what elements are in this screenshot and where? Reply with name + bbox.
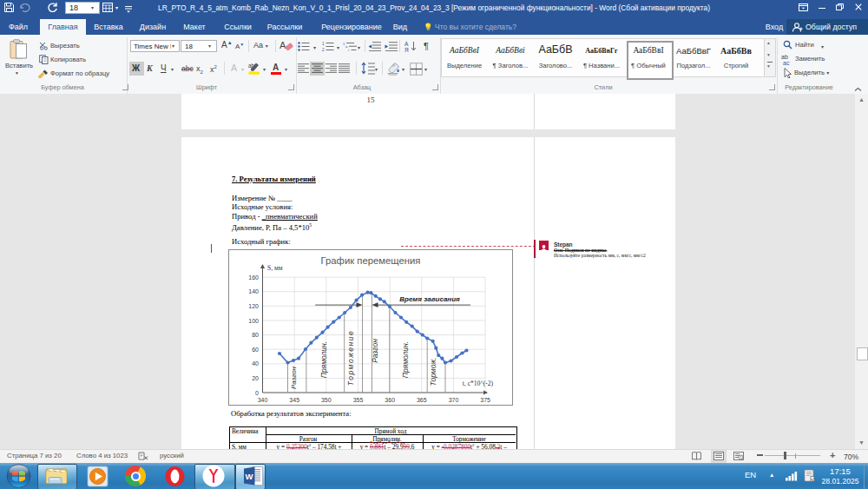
- svg-text:S, мм: S, мм: [267, 264, 283, 272]
- svg-text:370: 370: [449, 397, 459, 403]
- svg-text:t, с*10^(-2): t, с*10^(-2): [463, 380, 494, 387]
- svg-text:345: 345: [289, 397, 299, 403]
- svg-text:1: 1: [322, 42, 325, 46]
- svg-text:Прямолин.: Прямолин.: [401, 341, 410, 378]
- svg-text:Разгон: Разгон: [371, 339, 379, 363]
- svg-text:60: 60: [252, 347, 259, 353]
- svg-text:А: А: [279, 40, 286, 50]
- svg-text:360: 360: [385, 397, 395, 403]
- svg-text:120: 120: [248, 303, 259, 309]
- svg-text:80: 80: [252, 332, 259, 338]
- svg-text:Разгон: Разгон: [290, 366, 298, 389]
- svg-text:i: i: [348, 48, 349, 51]
- svg-text:365: 365: [417, 397, 427, 403]
- svg-text:2: 2: [322, 48, 325, 51]
- svg-text:140: 140: [248, 288, 259, 294]
- svg-text:Время зависания: Время зависания: [399, 295, 460, 303]
- svg-text:0: 0: [255, 390, 259, 396]
- svg-text:Прямолин.: Прямолин.: [319, 341, 328, 378]
- svg-text:355: 355: [353, 397, 364, 403]
- svg-text:375: 375: [480, 397, 490, 403]
- svg-text:График перемещения: График перемещения: [321, 255, 421, 266]
- svg-text:W: W: [246, 472, 253, 481]
- svg-text:350: 350: [321, 397, 332, 403]
- svg-text:340: 340: [258, 397, 268, 403]
- svg-text:Я: Я: [404, 47, 409, 52]
- svg-text:Тормож.: Тормож.: [429, 358, 437, 387]
- svg-text:20: 20: [252, 375, 259, 381]
- svg-text:160: 160: [248, 274, 259, 281]
- svg-text:Торможение: Торможение: [346, 330, 355, 386]
- svg-text:40: 40: [252, 360, 259, 367]
- svg-text:100: 100: [248, 318, 259, 324]
